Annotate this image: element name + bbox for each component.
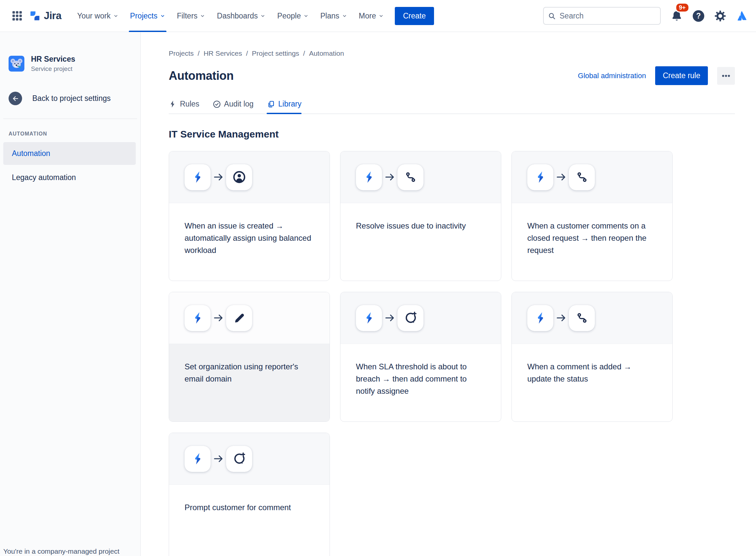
workflow-icon [569,305,595,331]
breadcrumb-hr-services[interactable]: HR Services [204,49,242,57]
nav-label: Filters [177,11,198,21]
tab-label: Library [278,100,301,108]
template-card[interactable]: When SLA threshold is about to breach → … [340,292,501,422]
jira-logo[interactable]: Jira [29,10,61,22]
card-icon-band [169,151,330,203]
notification-badge: 9+ [675,3,689,12]
comment-add-icon [398,305,423,331]
card-text: Prompt customer for comment [169,485,330,556]
ellipsis-icon [721,71,731,81]
nav-label: Dashboards [217,11,258,21]
project-avatar [8,56,25,72]
nav-label: Projects [130,11,157,21]
nav-item-your-work[interactable]: Your work [71,0,124,32]
template-card[interactable]: When an issue is created → automatically… [169,151,330,281]
project-header: HR Services Service project [0,32,140,73]
automation-bolt-icon [527,305,553,331]
breadcrumb-automation[interactable]: Automation [309,49,344,57]
create-rule-button[interactable]: Create rule [655,66,708,85]
section-title: IT Service Management [169,129,735,140]
tab-bar: Rules Audit log Library [169,100,735,114]
tab-library[interactable]: Library [267,100,301,113]
back-to-project-settings[interactable]: Back to project settings [0,92,140,105]
gear-icon [714,10,726,22]
main-content: Projects / HR Services / Project setting… [141,32,756,556]
template-card[interactable]: Prompt customer for comment [169,433,330,556]
tab-rules[interactable]: Rules [169,100,199,113]
page-header: Automation Global administration Create … [169,66,735,85]
sidebar-item-legacy-automation[interactable]: Legacy automation [3,166,136,189]
global-administration-link[interactable]: Global administration [578,72,646,80]
automation-bolt-icon [356,164,382,190]
notifications-button[interactable]: 9+ [671,10,683,22]
breadcrumb-separator: / [198,49,200,57]
template-card[interactable]: Resolve issues due to inactivity [340,151,501,281]
breadcrumb-project-settings[interactable]: Project settings [252,49,299,57]
breadcrumb: Projects / HR Services / Project setting… [169,49,735,57]
arrow-right-icon [211,312,226,323]
project-type: Service project [31,65,75,73]
template-card[interactable]: When a comment is added → update the sta… [512,292,673,422]
lightning-icon [169,100,177,108]
atlassian-logo-icon [736,10,748,22]
jira-logo-text: Jira [44,10,61,22]
nav-label: People [277,11,301,21]
automation-bolt-icon [527,164,553,190]
card-icon-band [169,433,330,485]
workflow-icon [569,164,595,190]
app-switcher-icon[interactable] [10,8,25,23]
comment-add-icon [226,446,252,472]
nav-item-dashboards[interactable]: Dashboards [211,0,271,32]
card-text: Set organization using reporter's email … [169,344,330,422]
arrow-right-icon [382,312,398,323]
template-card[interactable]: Set organization using reporter's email … [169,292,330,422]
create-button[interactable]: Create [395,7,434,25]
check-circle-icon [213,100,221,108]
help-button[interactable]: ? [693,10,704,22]
card-icon-band [340,292,501,344]
card-icon-band [512,292,672,344]
primary-nav: Your work Projects Filters Dashboards Pe… [71,0,389,32]
arrow-right-icon [211,172,226,183]
card-text: When SLA threshold is about to breach → … [340,344,501,422]
jira-automation-page: Jira Your work Projects Filters Dashboar… [0,0,756,556]
more-options-button[interactable] [717,67,735,85]
automation-bolt-icon [356,305,382,331]
page-title: Automation [169,69,234,83]
tab-label: Rules [180,100,199,108]
atlassian-app-button[interactable] [736,10,748,22]
pencil-icon [226,305,252,331]
chevron-down-icon [260,13,265,19]
nav-item-people[interactable]: People [271,0,314,32]
automation-bolt-icon [185,305,211,331]
settings-button[interactable] [714,10,726,22]
breadcrumb-projects[interactable]: Projects [169,49,194,57]
nav-label: More [359,11,376,21]
nav-item-plans[interactable]: Plans [314,0,353,32]
person-icon [226,164,252,190]
sidebar-divider [3,118,137,119]
sidebar-section-label: AUTOMATION [8,131,140,137]
card-text: When a customer comments on a closed req… [512,203,672,281]
tab-audit-log[interactable]: Audit log [213,100,254,113]
card-icon-band [340,151,501,203]
automation-bolt-icon [185,446,211,472]
navbar-right: 9+ ? [543,7,748,25]
chevron-down-icon [200,13,205,19]
search-input[interactable] [543,7,661,25]
nav-item-projects[interactable]: Projects [124,0,171,32]
card-text: When a comment is added → update the sta… [512,344,672,422]
arrow-right-icon [553,172,569,183]
nav-item-filters[interactable]: Filters [171,0,211,32]
card-icon-band [169,292,330,344]
arrow-right-icon [211,453,226,464]
search-container [543,7,661,25]
managed-project-note: You're in a company-managed project [3,548,119,555]
breadcrumb-separator: / [246,49,248,57]
template-card[interactable]: When a customer comments on a closed req… [512,151,673,281]
project-sidebar: HR Services Service project Back to proj… [0,32,141,556]
sidebar-item-automation[interactable]: Automation [3,142,136,165]
automation-bolt-icon [185,164,211,190]
template-card-grid: When an issue is created → automatically… [169,151,735,556]
nav-item-more[interactable]: More [353,0,389,32]
